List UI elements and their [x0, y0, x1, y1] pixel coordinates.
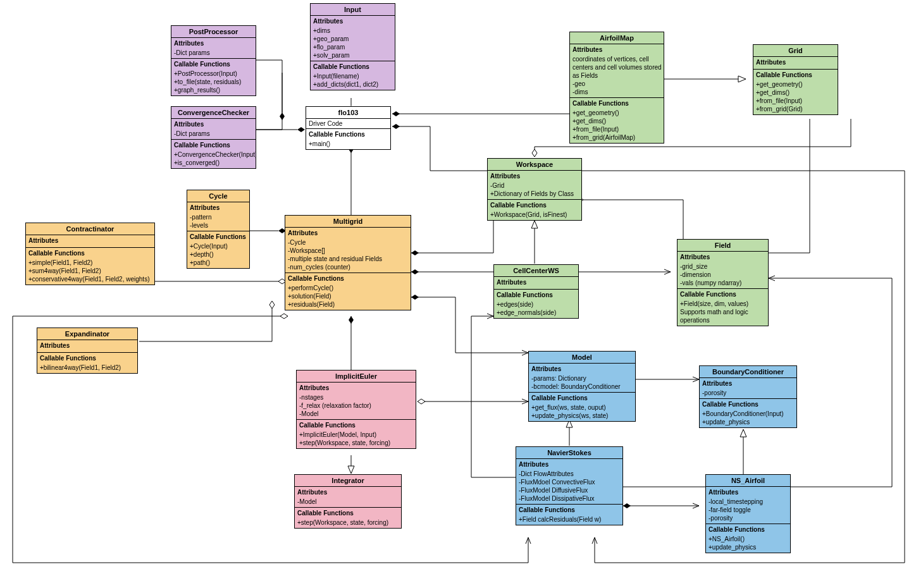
class-title: Input: [311, 4, 395, 16]
class-navierstokes: NavierStokes Attributes -Dict FlowAttrib…: [516, 446, 623, 525]
class-impliciteuler: ImplicitEuler Attributes -nstages -f_rel…: [296, 370, 416, 449]
class-cycle: Cycle Attributes -pattern -levels Callab…: [187, 190, 250, 269]
class-contractinator: Contractinator Attributes Callable Funct…: [25, 223, 155, 285]
class-model: Model Attributes -params: Dictionary -bc…: [528, 351, 636, 422]
class-workspace: Workspace Attributes -Grid +Dictionary o…: [487, 158, 582, 221]
class-cellcenterws: CellCenterWS Attributes Callable Functio…: [493, 264, 579, 319]
class-convergencechecker: ConvergenceChecker Attributes -Dict para…: [171, 106, 256, 169]
class-airfoilmap: AirfoilMap Attributes coordinates of ver…: [569, 32, 664, 144]
class-multigrid: Multigrid Attributes -Cycle -Workspace[]…: [285, 215, 411, 310]
class-input: Input Attributes +dims +geo_param +flo_p…: [310, 3, 395, 90]
class-grid: Grid Attributes Callable Functions +get_…: [753, 44, 838, 115]
class-boundaryconditioner: BoundaryConditioner Attributes -porosity…: [699, 365, 797, 428]
class-expandinator: Expandinator Attributes Callable Functio…: [37, 328, 138, 374]
class-postprocessor: PostProcessor Attributes -Dict params Ca…: [171, 25, 256, 96]
class-nsairfoil: NS_Airfoil Attributes -local_timesteppin…: [705, 474, 791, 553]
class-field: Field Attributes -grid_size -dimension -…: [677, 239, 769, 326]
class-flo103: flo103 Driver Code Callable Functions +m…: [306, 106, 391, 150]
class-integrator: Integrator Attributes -Model Callable Fu…: [294, 474, 402, 529]
